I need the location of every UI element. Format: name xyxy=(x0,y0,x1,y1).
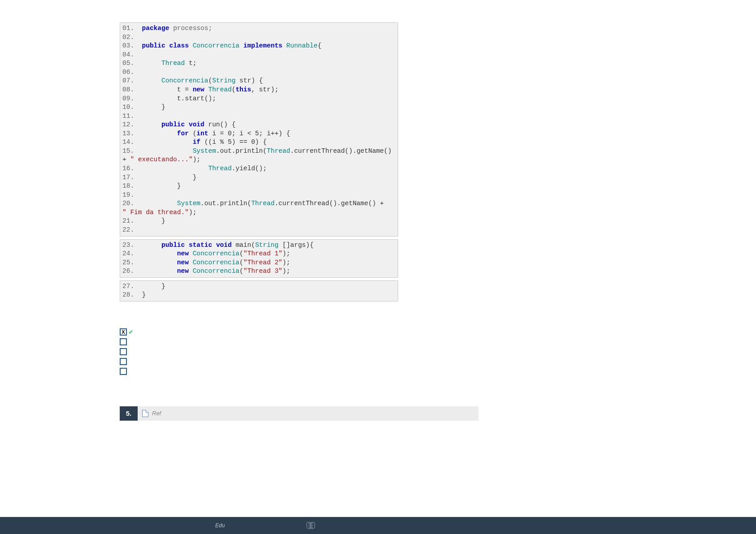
checkbox-icon xyxy=(120,358,127,365)
code-block: 23. public static void main(String []arg… xyxy=(120,239,398,278)
question-label: Ref xyxy=(152,410,161,417)
question-number: 5. xyxy=(120,406,138,421)
code-block: 01. package processos; 02. 03. public cl… xyxy=(120,22,398,237)
content-area: 01. package processos; 02. 03. public cl… xyxy=(0,0,756,421)
question-bar: 5. Ref xyxy=(120,406,478,421)
answer-option-3[interactable] xyxy=(120,347,756,356)
checkbox-icon xyxy=(120,338,127,345)
question-body[interactable]: Ref xyxy=(138,406,478,421)
code-container: 01. package processos; 02. 03. public cl… xyxy=(120,22,756,301)
footer-edu-label[interactable]: Edu xyxy=(215,522,225,529)
answer-option-1[interactable]: X ✔ xyxy=(120,327,756,336)
answer-option-4[interactable] xyxy=(120,357,756,366)
answer-option-2[interactable] xyxy=(120,337,756,346)
brain-icon[interactable] xyxy=(305,521,316,530)
checkbox-icon xyxy=(120,348,127,355)
checkbox-icon xyxy=(120,368,127,375)
page-icon xyxy=(142,410,148,417)
answer-option-5[interactable] xyxy=(120,367,756,376)
footer-bar: Edu xyxy=(0,517,756,534)
correct-tick-icon: ✔ xyxy=(128,328,134,336)
answer-options: X ✔ xyxy=(120,327,756,376)
checkbox-icon: X xyxy=(120,328,127,336)
code-block: 27. } 28. } xyxy=(120,280,398,301)
